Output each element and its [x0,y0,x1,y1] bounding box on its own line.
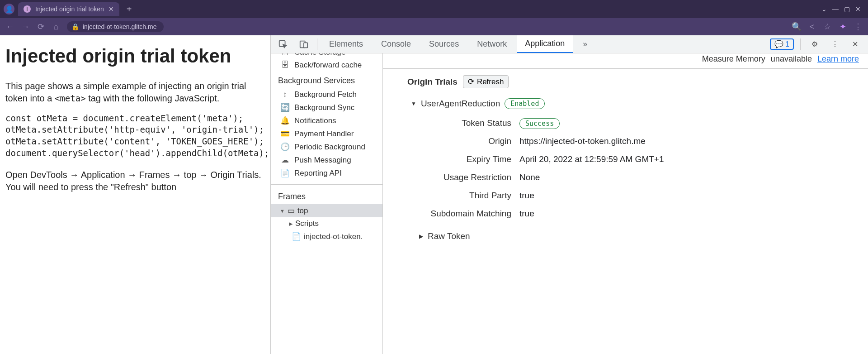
browser-chrome: 👤 i Injected origin trial token ✕ + ⌄ — … [0,0,868,35]
origin-value: https://injected-ot-token.glitch.me [519,136,859,146]
page-title: Injected origin trial token [5,43,265,69]
frame-script-file[interactable]: 📄 injected-ot-token. [271,230,382,243]
measure-memory-row: Measure Memory unavailable Learn more [383,53,868,65]
home-icon[interactable]: ⌂ [52,22,61,32]
disclosure-triangle-icon[interactable]: ▶ [419,233,423,239]
sidebar-heading-background-services: Background Services [271,72,382,88]
lock-icon: 🔒 [71,23,79,30]
profile-avatar[interactable]: 👤 [4,4,14,14]
expiry-value: April 20, 2022 at 12:59:59 AM GMT+1 [519,154,859,164]
issues-count: 1 [785,40,789,48]
disclosure-triangle-icon[interactable]: ▼ [411,100,416,107]
back-icon[interactable]: ← [5,22,14,32]
issues-icon: 💬 [774,40,783,48]
sidebar-item-background-fetch[interactable]: ↕Background Fetch [271,88,382,101]
url-text: injected-ot-token.glitch.me [83,23,156,30]
raw-token-row[interactable]: ▶ Raw Token [383,223,868,246]
browser-tab[interactable]: i Injected origin trial token ✕ [18,2,119,16]
intro-text-b: tag with the following JavaScript. [86,93,220,103]
disclosure-triangle-icon[interactable]: ▼ [280,208,285,214]
sidebar-label: Push Messaging [294,156,351,165]
sidebar-item-push-messaging[interactable]: ☁Push Messaging [271,153,382,167]
sidebar-item-background-sync[interactable]: 🔄Background Sync [271,101,382,114]
window-close-icon[interactable]: ✕ [855,5,861,13]
subdomain-matching-value: true [519,209,859,219]
tab-bar: 👤 i Injected origin trial token ✕ + ⌄ — … [0,0,868,18]
tab-application[interactable]: Application [517,35,573,53]
measure-memory-label: Measure Memory [702,54,765,64]
devtools-close-icon[interactable]: ✕ [848,37,863,51]
tab-favicon-icon: i [24,5,31,13]
tab-close-icon[interactable]: ✕ [108,5,114,13]
share-icon[interactable]: < [807,22,816,32]
trial-name: UserAgentReduction [421,99,500,109]
tab-sources[interactable]: Sources [421,36,467,53]
sidebar-item-cache-storage[interactable]: 🗄 Cache Storage [271,53,382,59]
tab-elements[interactable]: Elements [321,36,371,53]
status-badge-success: Success [519,118,560,129]
card-icon: 💳 [280,129,290,139]
code-block: const otMeta = document.createElement('m… [5,113,265,159]
sidebar-item-reporting-api[interactable]: 📄Reporting API [271,167,382,180]
url-field[interactable]: 🔒 injected-ot-token.glitch.me [67,21,164,32]
meta-tag-code: <meta> [55,93,86,103]
issues-badge[interactable]: 💬 1 [770,38,794,50]
reload-icon[interactable]: ⟳ [36,22,45,32]
measure-memory-value: unavailable [771,54,812,64]
learn-more-link[interactable]: Learn more [817,54,859,64]
menu-icon[interactable]: ⋮ [854,22,863,32]
third-party-value: true [519,191,859,201]
tab-overflow[interactable]: » [575,36,595,53]
sidebar-item-notifications[interactable]: 🔔Notifications [271,114,382,127]
frame-label: injected-ot-token. [304,232,363,241]
device-toggle-icon[interactable] [294,37,313,52]
extensions-icon[interactable]: ✦ [838,22,847,32]
token-status-label: Token Status [392,118,519,128]
divider [800,38,801,50]
sidebar-label: Notifications [294,116,336,125]
sidebar-label: Periodic Background [294,143,365,152]
tab-network[interactable]: Network [469,36,515,53]
disclosure-triangle-icon[interactable]: ▶ [289,221,292,227]
frame-scripts[interactable]: ▶ Scripts [271,217,382,230]
usage-restriction-value: None [519,172,859,182]
tab-console[interactable]: Console [373,36,419,53]
sidebar-label: Cache Storage [294,53,345,57]
frame-top[interactable]: ▼ ▭ top [271,204,382,217]
window-minimize-icon[interactable]: — [832,5,839,13]
settings-icon[interactable]: ⚙ [807,37,822,51]
application-sidebar: 🗄 Cache Storage 🗄 Back/forward cache Bac… [271,53,383,354]
database-icon: 🗄 [280,61,290,70]
main-split: Injected origin trial token This page sh… [0,35,868,354]
page-content: Injected origin trial token This page sh… [0,35,270,354]
zoom-icon[interactable]: 🔍 [792,22,801,32]
forward-icon[interactable]: → [21,22,30,32]
kebab-menu-icon[interactable]: ⋮ [827,37,843,51]
new-tab-button[interactable]: + [123,4,136,14]
trial-row[interactable]: ▼ UserAgentReduction Enabled [383,91,868,114]
sidebar-item-periodic-background[interactable]: 🕒Periodic Background [271,140,382,153]
frame-label: top [297,206,308,215]
document-icon: 📄 [292,232,301,241]
devtools-body: 🗄 Cache Storage 🗄 Back/forward cache Bac… [271,53,868,354]
intro-paragraph: This page shows a simple example of inje… [5,80,265,105]
trial-details-grid: Token Status Success Origin https://inje… [383,114,868,223]
refresh-label: Refresh [477,77,504,86]
window-maximize-icon[interactable]: ▢ [844,5,850,13]
subdomain-matching-label: Subdomain Matching [392,209,519,219]
sidebar-item-bfcache[interactable]: 🗄 Back/forward cache [271,59,382,72]
sidebar-item-payment-handler[interactable]: 💳Payment Handler [271,127,382,140]
sidebar-label: Background Sync [294,103,354,112]
inspect-icon[interactable] [274,37,292,52]
sidebar-heading-frames: Frames [271,187,382,204]
sidebar-label: Reporting API [294,169,342,178]
tab-list-caret-icon[interactable]: ⌄ [821,5,827,13]
instructions-paragraph: Open DevTools → Application → Frames → t… [5,169,265,193]
refresh-button[interactable]: ⟳ Refresh [463,75,509,88]
divider [317,38,317,50]
window-icon: ▭ [288,206,295,215]
status-badge-enabled: Enabled [505,98,545,109]
bookmark-icon[interactable]: ☆ [823,22,832,32]
fetch-icon: ↕ [280,90,290,99]
divider [383,68,868,69]
